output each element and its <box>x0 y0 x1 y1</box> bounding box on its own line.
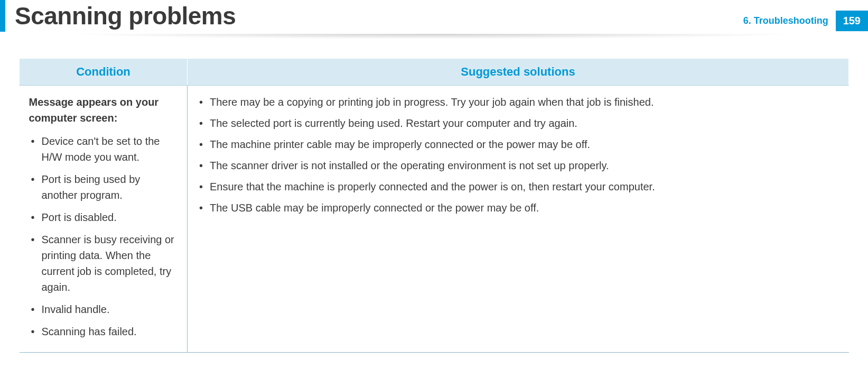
table-header-row: Condition Suggested solutions <box>20 59 849 86</box>
accent-bar <box>0 0 5 32</box>
condition-cell: Message appears on your computer screen:… <box>20 86 188 353</box>
page-title: Scanning problems <box>15 2 236 30</box>
condition-title: Message appears on your computer screen: <box>29 94 178 126</box>
list-item: Scanner is busy receiving or printing da… <box>29 232 178 295</box>
list-item: Port is disabled. <box>29 209 178 225</box>
col-header-solutions: Suggested solutions <box>188 59 849 86</box>
list-item: The machine printer cable may be imprope… <box>197 136 839 152</box>
title-area: Scanning problems <box>0 0 236 32</box>
condition-list: Device can't be set to the H/W mode you … <box>29 133 178 339</box>
list-item: Device can't be set to the H/W mode you … <box>29 133 178 165</box>
page-number-badge: 159 <box>836 11 868 31</box>
list-item: Invalid handle. <box>29 301 178 317</box>
table-row: Message appears on your computer screen:… <box>20 86 849 353</box>
col-header-condition: Condition <box>20 59 188 86</box>
list-item: The selected port is currently being use… <box>197 115 839 131</box>
list-item: Ensure that the machine is properly conn… <box>197 179 839 195</box>
list-item: Scanning has failed. <box>29 324 178 339</box>
content-area: Condition Suggested solutions Message ap… <box>0 58 868 353</box>
solution-list: There may be a copying or printing job i… <box>197 94 839 216</box>
list-item: Port is being used by another program. <box>29 171 178 203</box>
solution-cell: There may be a copying or printing job i… <box>188 86 849 353</box>
header-right: 6. Troubleshooting 159 <box>743 0 868 31</box>
shadow-divider <box>0 34 868 49</box>
troubleshoot-table: Condition Suggested solutions Message ap… <box>19 58 849 353</box>
list-item: There may be a copying or printing job i… <box>197 94 839 110</box>
list-item: The scanner driver is not installed or t… <box>197 158 839 173</box>
page-header: Scanning problems 6. Troubleshooting 159 <box>0 0 868 32</box>
chapter-label: 6. Troubleshooting <box>743 15 828 26</box>
list-item: The USB cable may be improperly connecte… <box>197 200 839 216</box>
